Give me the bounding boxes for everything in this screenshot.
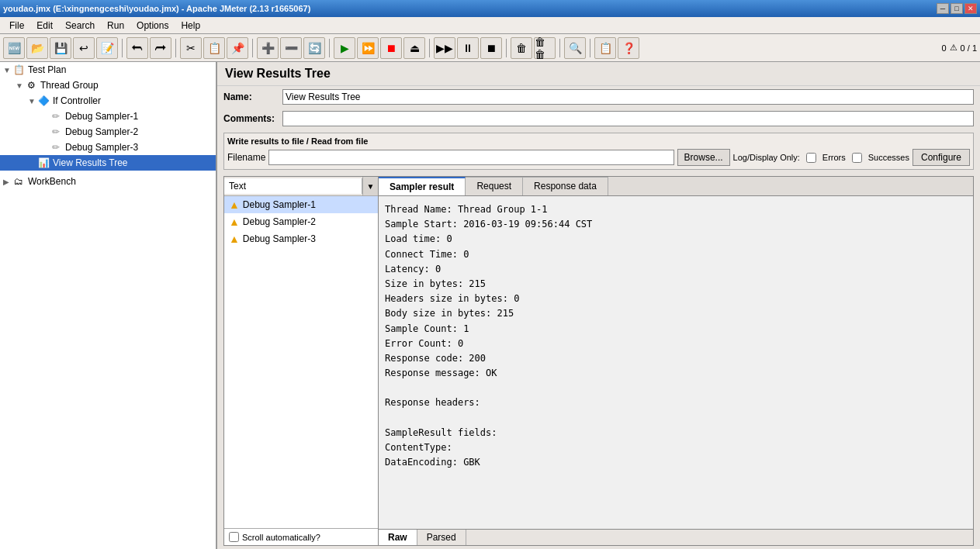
refresh-button[interactable]: 🔄 (303, 37, 325, 59)
file-section: Write results to file / Read from file F… (223, 133, 974, 170)
dropdown-arrow[interactable]: ▼ (362, 177, 378, 195)
menu-search[interactable]: Search (59, 19, 101, 33)
undo-button[interactable]: ⮪ (126, 37, 148, 59)
paste-button[interactable]: 📌 (227, 37, 248, 59)
tree-item-thread-group[interactable]: ▼ ⚙ Thread Group (0, 78, 216, 93)
remove-button[interactable]: ➖ (280, 37, 302, 59)
successes-label: Successes (868, 153, 909, 162)
comments-label: Comments: (223, 113, 278, 124)
result-icon-1: ▲ (229, 199, 240, 211)
filename-input[interactable] (268, 150, 674, 165)
tree-label-debug-2: Debug Sampler-2 (65, 126, 138, 137)
stop-button[interactable]: ⏹ (380, 37, 402, 59)
log-display-label: Log/Display Only: (733, 153, 800, 162)
browse-button-file[interactable]: Browse... (677, 149, 730, 166)
log-options: Log/Display Only: Errors Successes (733, 153, 909, 163)
restore-button[interactable]: □ (951, 3, 963, 14)
menu-run[interactable]: Run (101, 19, 130, 33)
split-area: Text ▼ ▲ Debug Sampler-1 ▲ Debug Sampler… (217, 173, 980, 549)
if-controller-icon: 🔷 (37, 95, 50, 107)
result-line-1: Thread Name: Thread Group 1-1 (385, 202, 967, 217)
result-icon-3: ▲ (229, 233, 240, 245)
help-button[interactable]: ❓ (618, 37, 639, 59)
result-line-9: Sample Count: 1 (385, 322, 967, 337)
save-button[interactable]: 💾 (50, 37, 71, 59)
remote-start-button[interactable]: ▶▶ (434, 37, 455, 59)
browse-button[interactable]: 🔍 (564, 37, 586, 59)
result-label-1: Debug Sampler-1 (243, 199, 316, 210)
tab-sampler-result[interactable]: Sampler result (379, 177, 466, 195)
redo-button[interactable]: ⮫ (150, 37, 171, 59)
results-list-header: Text ▼ (224, 177, 378, 196)
result-content: Thread Name: Thread Group 1-1 Sample Sta… (379, 196, 973, 529)
separator-3 (252, 39, 253, 57)
open-button[interactable]: 📂 (26, 37, 48, 59)
result-item-2[interactable]: ▲ Debug Sampler-2 (224, 213, 378, 230)
results-list-panel: Text ▼ ▲ Debug Sampler-1 ▲ Debug Sampler… (223, 176, 379, 546)
clear-all-button[interactable]: 🗑🗑 (534, 37, 556, 59)
clear-button[interactable]: 🗑 (511, 37, 532, 59)
errors-checkbox[interactable] (806, 153, 816, 163)
cut-button[interactable]: ✂ (180, 37, 202, 59)
result-line-2: Sample Start: 2016-03-19 09:56:44 CST (385, 217, 967, 232)
expand-thread-group[interactable]: ▼ (16, 81, 25, 90)
menu-help[interactable]: Help (175, 19, 206, 33)
start-no-pause-button[interactable]: ⏩ (357, 37, 379, 59)
title-bar-controls: ─ □ ✕ (937, 3, 977, 14)
tree-label-workbench: WorkBench (28, 176, 76, 187)
separator-2 (175, 39, 176, 57)
footer-parsed-button[interactable]: Parsed (417, 530, 466, 545)
tab-response-data[interactable]: Response data (523, 177, 608, 195)
tree-item-workbench[interactable]: ▶ 🗂 WorkBench (0, 174, 216, 189)
remote-stop-button[interactable]: ⏸ (457, 37, 479, 59)
expand-workbench[interactable]: ▶ (3, 178, 12, 186)
configure-button[interactable]: Configure (912, 149, 970, 166)
comments-row: Comments: (217, 108, 980, 129)
tree-item-debug-sampler-1[interactable]: ✏ Debug Sampler-1 (0, 109, 216, 124)
new-button[interactable]: 🆕 (3, 37, 25, 59)
vrt-icon: 📊 (37, 157, 50, 169)
menu-edit[interactable]: Edit (30, 19, 59, 33)
revert-button[interactable]: ↩ (73, 37, 95, 59)
comments-input[interactable] (282, 111, 974, 126)
menu-options[interactable]: Options (130, 19, 175, 33)
close-button[interactable]: ✕ (964, 3, 977, 14)
add-button[interactable]: ➕ (257, 37, 279, 59)
right-panel: View Results Tree Name: Comments: Write … (217, 62, 980, 549)
results-list-dropdown[interactable]: Text (224, 178, 362, 194)
result-line-16: DataEncoding: GBK (385, 455, 967, 470)
save-as-button[interactable]: 📝 (96, 37, 118, 59)
successes-checkbox[interactable] (852, 153, 862, 163)
expand-if-controller[interactable]: ▼ (28, 97, 37, 105)
debug-sampler-3-icon: ✏ (50, 141, 62, 154)
separator-7 (559, 39, 560, 57)
errors-label: Errors (822, 153, 846, 162)
separator-6 (506, 39, 507, 57)
result-item-1[interactable]: ▲ Debug Sampler-1 (224, 196, 378, 213)
tab-request[interactable]: Request (466, 177, 523, 195)
minimize-button[interactable]: ─ (937, 3, 949, 14)
separator-5 (429, 39, 430, 57)
list-button[interactable]: 📋 (594, 37, 616, 59)
thread-group-icon: ⚙ (25, 79, 37, 92)
tree-item-debug-sampler-3[interactable]: ✏ Debug Sampler-3 (0, 140, 216, 155)
result-item-3[interactable]: ▲ Debug Sampler-3 (224, 230, 378, 247)
main-layout: ▼ 📋 Test Plan ▼ ⚙ Thread Group ▼ 🔷 If Co… (0, 62, 980, 549)
copy-button[interactable]: 📋 (203, 37, 225, 59)
result-line-10: Error Count: 0 (385, 337, 967, 351)
remote-stop-all-button[interactable]: ⏹ (480, 37, 502, 59)
tree-item-view-results-tree[interactable]: 📊 View Results Tree (0, 155, 216, 171)
toolbar-right: 0 ⚠ 0 / 1 (941, 43, 977, 53)
tree-item-if-controller[interactable]: ▼ 🔷 If Controller (0, 93, 216, 109)
scroll-auto-checkbox[interactable] (229, 532, 239, 542)
tree-item-debug-sampler-2[interactable]: ✏ Debug Sampler-2 (0, 124, 216, 140)
menu-file[interactable]: File (3, 19, 30, 33)
start-button[interactable]: ▶ (334, 37, 355, 59)
result-line-12: Response message: OK (385, 366, 967, 381)
tree-item-test-plan[interactable]: ▼ 📋 Test Plan (0, 62, 216, 78)
name-row: Name: (217, 86, 980, 108)
shutdown-button[interactable]: ⏏ (403, 37, 425, 59)
footer-raw-button[interactable]: Raw (379, 530, 417, 545)
expand-test-plan[interactable]: ▼ (3, 66, 12, 74)
name-input[interactable] (282, 89, 974, 105)
